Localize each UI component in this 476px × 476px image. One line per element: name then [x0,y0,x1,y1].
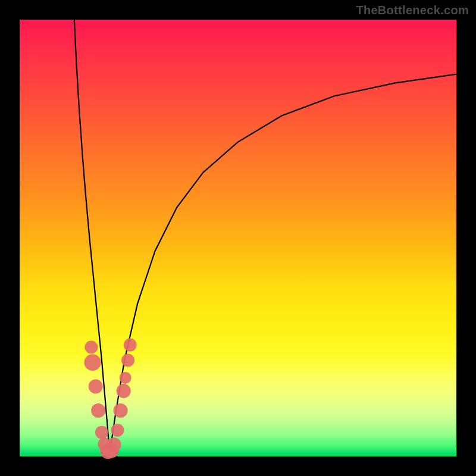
data-marker [84,341,98,354]
data-marker [107,437,121,452]
data-marker [95,426,108,439]
data-marker [117,384,131,398]
watermark-text: TheBottleneck.com [356,4,469,17]
data-marker [111,424,124,437]
curve-right-branch [109,74,456,455]
curve-layer [74,20,456,454]
chart-svg [20,20,456,456]
chart-frame: TheBottleneck.com [0,0,476,476]
data-marker [124,339,137,352]
data-marker [91,403,105,418]
marker-layer [84,339,137,459]
data-marker [89,380,103,394]
data-marker [114,403,128,418]
plot-area [20,20,456,456]
data-marker [120,372,131,384]
data-marker [121,354,134,367]
data-marker [84,354,101,371]
